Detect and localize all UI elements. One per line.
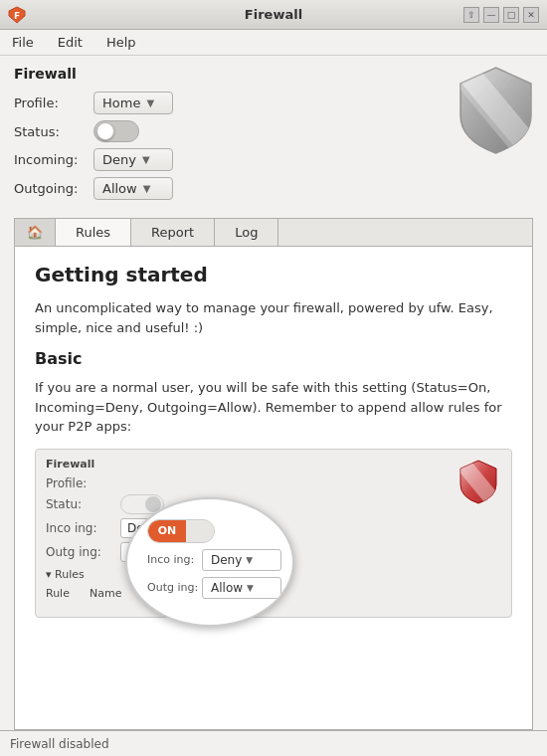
mag-outgoing-row: Outg ing: Allow ▼ bbox=[137, 577, 282, 599]
preview-shield-icon bbox=[459, 460, 497, 505]
app-icon: F bbox=[8, 6, 26, 24]
preview-status-row: Statu: bbox=[46, 494, 501, 514]
menu-edit[interactable]: Edit bbox=[50, 33, 91, 52]
profile-arrow-icon: ▼ bbox=[146, 97, 154, 108]
mag-incoming-value: Deny bbox=[211, 553, 242, 567]
restore-btn[interactable]: ⇧ bbox=[463, 7, 479, 23]
preview-incoming-label: Inco ing: bbox=[46, 521, 120, 535]
toggle-knob bbox=[96, 122, 114, 140]
preview-profile-label: Profile: bbox=[46, 476, 120, 490]
outgoing-label: Outgoing: bbox=[14, 181, 93, 196]
menubar: File Edit Help bbox=[0, 30, 547, 56]
top-row: Firewall Profile: Home ▼ Status: Incomin… bbox=[14, 66, 533, 210]
on-toggle: ON bbox=[147, 519, 215, 543]
minimize-btn[interactable]: — bbox=[483, 7, 499, 23]
off-part bbox=[186, 520, 214, 542]
mag-outgoing-dropdown: Allow ▼ bbox=[202, 577, 281, 599]
shield-icon bbox=[458, 66, 533, 155]
incoming-dropdown[interactable]: Deny ▼ bbox=[93, 148, 173, 171]
home-icon: 🏠 bbox=[27, 225, 43, 240]
mag-outgoing-value: Allow bbox=[211, 581, 243, 595]
basic-heading: Basic bbox=[35, 349, 512, 368]
profile-label: Profile: bbox=[14, 95, 93, 110]
intro-text: An uncomplicated way to manage your fire… bbox=[35, 298, 512, 337]
preview-profile-row: Profile: bbox=[46, 476, 501, 490]
outgoing-value: Allow bbox=[102, 181, 137, 196]
mag-toggle-row: ON bbox=[137, 519, 282, 543]
statusbar: Firewall disabled bbox=[0, 730, 547, 756]
status-label: Status: bbox=[14, 124, 93, 139]
tab-report[interactable]: Report bbox=[131, 219, 215, 246]
mag-incoming-row: Inco ing: Deny ▼ bbox=[137, 549, 282, 571]
profile-value: Home bbox=[102, 95, 140, 110]
magnify-circle: ON Inco ing: Deny ▼ Outg ing: Allow ▼ bbox=[125, 497, 294, 627]
window-title: Firewall bbox=[245, 7, 302, 22]
main-content: Firewall Profile: Home ▼ Status: Incomin… bbox=[0, 56, 547, 730]
mag-outgoing-label: Outg ing: bbox=[147, 581, 202, 594]
preview-status-label: Statu: bbox=[46, 497, 120, 511]
incoming-label: Incoming: bbox=[14, 152, 93, 167]
menu-file[interactable]: File bbox=[4, 33, 42, 52]
titlebar-left: F bbox=[8, 6, 26, 24]
on-label: ON bbox=[148, 520, 186, 542]
content-panel: Getting started An uncomplicated way to … bbox=[14, 246, 533, 730]
outgoing-dropdown[interactable]: Allow ▼ bbox=[93, 177, 173, 200]
svg-text:F: F bbox=[14, 11, 20, 21]
outgoing-arrow-icon: ▼ bbox=[143, 183, 151, 194]
preview-name-col: Name bbox=[90, 587, 121, 600]
preview-rules-label: ▾ Rules bbox=[46, 568, 85, 581]
titlebar: F Firewall ⇧ — □ ✕ bbox=[0, 0, 547, 30]
shield-container bbox=[458, 66, 533, 155]
status-toggle[interactable] bbox=[93, 120, 139, 142]
mag-incoming-arrow-icon: ▼ bbox=[246, 555, 253, 565]
basic-text: If you are a normal user, you will be sa… bbox=[35, 378, 512, 437]
section-title: Firewall bbox=[14, 66, 173, 82]
settings-grid: Profile: Home ▼ Status: Incoming: Deny ▼… bbox=[14, 92, 173, 200]
close-btn[interactable]: ✕ bbox=[523, 7, 539, 23]
preview-rule-col: Rule bbox=[46, 587, 70, 600]
tab-log[interactable]: Log bbox=[215, 219, 278, 246]
tabbar: 🏠 Rules Report Log bbox=[14, 218, 533, 246]
mag-incoming-dropdown: Deny ▼ bbox=[202, 549, 281, 571]
maximize-btn[interactable]: □ bbox=[503, 7, 519, 23]
profile-dropdown[interactable]: Home ▼ bbox=[93, 92, 173, 114]
menu-help[interactable]: Help bbox=[98, 33, 144, 52]
mag-incoming-label: Inco ing: bbox=[147, 553, 202, 566]
mag-outgoing-arrow-icon: ▼ bbox=[247, 583, 254, 593]
settings-section: Firewall Profile: Home ▼ Status: Incomin… bbox=[14, 66, 173, 210]
preview-title: Firewall bbox=[46, 458, 501, 471]
window-controls: ⇧ — □ ✕ bbox=[463, 7, 539, 23]
preview-shield-area bbox=[459, 460, 497, 508]
tab-home[interactable]: 🏠 bbox=[15, 219, 56, 246]
preview-container: Firewall Profile: Statu: Inco ing: Deny … bbox=[35, 449, 512, 618]
getting-started-heading: Getting started bbox=[35, 263, 512, 286]
incoming-arrow-icon: ▼ bbox=[142, 154, 150, 165]
status-text: Firewall disabled bbox=[10, 737, 109, 751]
incoming-value: Deny bbox=[102, 152, 136, 167]
preview-outgoing-label: Outg ing: bbox=[46, 545, 120, 559]
tab-rules[interactable]: Rules bbox=[56, 219, 131, 247]
